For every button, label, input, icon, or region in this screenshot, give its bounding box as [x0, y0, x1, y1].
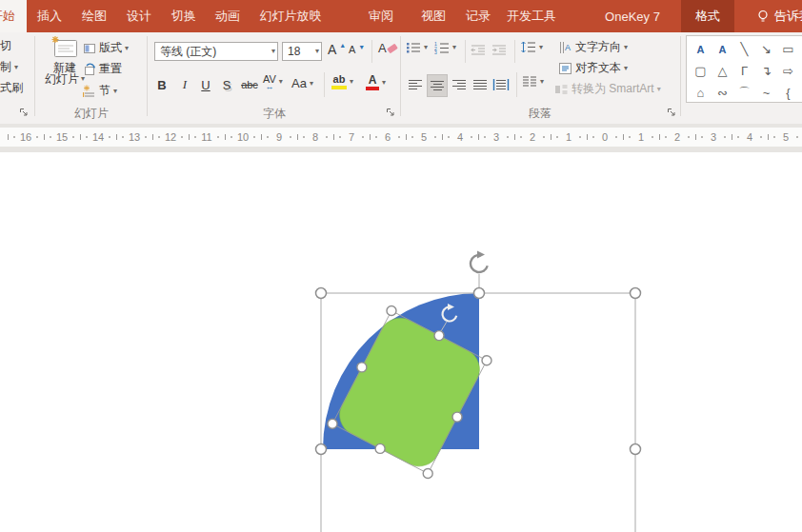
increase-indent-button[interactable]: [490, 40, 509, 61]
textbox-horizontal-icon[interactable]: A: [691, 39, 711, 59]
ruler-band: 16151413121110987654321012345: [0, 124, 802, 152]
dropdown-caret-icon: ▾: [657, 86, 661, 93]
format-painter-button[interactable]: 式刷: [0, 80, 23, 96]
handle-edge[interactable]: [375, 443, 385, 453]
copy-button[interactable]: 制 ▾: [0, 59, 18, 75]
text-direction-icon: A: [558, 41, 572, 54]
tab-label: 开发工具: [507, 8, 556, 25]
dropdown-caret-icon: ▾: [279, 78, 283, 86]
left-brace-icon[interactable]: {: [778, 83, 798, 103]
decrease-indent-button[interactable]: [469, 40, 488, 61]
justify-button[interactable]: [471, 74, 490, 95]
font-dialog-launcher[interactable]: [386, 108, 396, 118]
clear-formatting-button[interactable]: A: [378, 41, 397, 55]
bullets-button[interactable]: ▾: [406, 41, 428, 54]
handle-corner[interactable]: [482, 356, 491, 365]
numbering-button[interactable]: 123 ▾: [434, 41, 456, 54]
numbering-icon: 123: [434, 41, 450, 54]
freeform-icon[interactable]: ⌂: [691, 83, 711, 103]
ruler-unit: 10: [225, 128, 261, 147]
tab-幻灯片放映[interactable]: 幻灯片放映: [249, 0, 333, 32]
new-slide-icon: [50, 35, 79, 60]
change-case-button[interactable]: Aa ▾: [291, 76, 313, 90]
tab-设计[interactable]: 设计: [115, 0, 163, 32]
text-shadow-button[interactable]: S: [217, 74, 236, 95]
curve-icon[interactable]: ~: [756, 83, 776, 103]
handle-corner[interactable]: [423, 469, 432, 479]
tab-插入[interactable]: 插入: [26, 0, 73, 32]
elbow-connector-icon[interactable]: Γ: [734, 61, 754, 81]
highlight-color-bar: [331, 86, 347, 89]
dropdown-caret-icon: ▾: [624, 65, 628, 72]
tab-开始[interactable]: 开始: [0, 0, 27, 32]
dropdown-caret-icon: ▾: [424, 44, 428, 51]
tab-绘图[interactable]: 绘图: [70, 0, 118, 32]
bold-button[interactable]: B: [152, 74, 171, 95]
font-group-label: 字体: [263, 107, 286, 120]
text-direction-button[interactable]: A 文字方向 ▾: [558, 39, 628, 55]
distributed-button[interactable]: [491, 74, 511, 95]
character-spacing-button[interactable]: AV↔ ▾: [263, 74, 283, 89]
reset-button[interactable]: 重置: [83, 61, 122, 77]
text-highlight-button[interactable]: ab ▾: [331, 74, 353, 89]
font-color-button[interactable]: A ▾: [366, 74, 386, 90]
slide-canvas[interactable]: [0, 152, 802, 532]
italic-button[interactable]: I: [175, 74, 194, 95]
paragraph-dialog-launcher[interactable]: [667, 108, 677, 118]
handle-top-right[interactable]: [631, 288, 641, 299]
ruler-unit: 7: [333, 128, 370, 147]
align-text-button[interactable]: 对齐文本 ▾: [558, 60, 628, 76]
tab-label: 幻灯片放映: [260, 8, 322, 25]
line-spacing-button[interactable]: ▾: [520, 40, 543, 54]
tab-告诉我你[interactable]: 告诉我你: [746, 0, 802, 32]
pie-rotate-handle[interactable]: [469, 251, 490, 274]
clipboard-dialog-launcher[interactable]: [19, 108, 30, 118]
tab-视图[interactable]: 视图: [410, 0, 457, 32]
font-name-combo[interactable]: 等线 (正文) ▾: [154, 42, 278, 61]
rounded-rectangle-icon[interactable]: ▢: [691, 61, 711, 81]
handle-edge[interactable]: [357, 363, 367, 372]
handle-corner[interactable]: [328, 419, 337, 428]
rectangle-icon[interactable]: ▭: [778, 39, 798, 59]
align-center-button[interactable]: [427, 74, 448, 97]
justify-icon: [472, 79, 488, 91]
textbox-vertical-icon[interactable]: A: [712, 39, 732, 59]
tab-label: OneKey 7: [605, 10, 660, 24]
line-icon[interactable]: ╲: [734, 39, 754, 59]
tab-开发工具[interactable]: 开发工具: [495, 0, 568, 32]
align-right-button[interactable]: [450, 74, 469, 95]
tab-审阅[interactable]: 审阅: [357, 0, 405, 32]
elbow-arrow-connector-icon[interactable]: ↴: [756, 61, 776, 81]
tab-切换[interactable]: 切换: [160, 0, 208, 32]
columns-button[interactable]: ▾: [522, 75, 544, 88]
font-size-combo[interactable]: 18 ▾: [282, 42, 322, 61]
handle-mid-left[interactable]: [316, 444, 327, 455]
handle-edge[interactable]: [434, 331, 444, 341]
shrink-font-button[interactable]: A▼: [349, 44, 365, 55]
separator: [465, 40, 466, 63]
tab-OneKey 7[interactable]: OneKey 7: [593, 0, 672, 32]
handle-mid-right[interactable]: [631, 444, 641, 455]
line-arrow-icon[interactable]: ↘: [756, 39, 776, 59]
grow-font-button[interactable]: A▲: [328, 42, 346, 57]
arrow-right-icon[interactable]: ⇨: [778, 61, 798, 81]
underline-button[interactable]: U: [196, 74, 215, 95]
strikethrough-button[interactable]: abc: [238, 74, 261, 95]
convert-smartart-button[interactable]: 转换为 SmartArt ▾: [554, 81, 661, 97]
dropdown-caret-icon: ▾: [113, 88, 117, 95]
handle-corner[interactable]: [387, 306, 396, 316]
caret-up-icon: ▲: [339, 42, 346, 49]
arc-icon[interactable]: ⌒: [734, 83, 754, 103]
handle-top-center[interactable]: [474, 288, 485, 299]
align-left-button[interactable]: [406, 74, 425, 95]
triangle-icon[interactable]: △: [712, 61, 732, 81]
scribble-icon[interactable]: ∾: [712, 83, 732, 103]
handle-edge[interactable]: [452, 412, 462, 422]
ruler-unit: 3: [695, 128, 732, 147]
tab-格式[interactable]: 格式: [681, 0, 734, 32]
handle-top-left[interactable]: [316, 288, 327, 299]
section-button[interactable]: 节 ▾: [83, 83, 117, 99]
cut-button[interactable]: 切: [0, 38, 11, 54]
tab-动画[interactable]: 动画: [204, 0, 251, 32]
layout-button[interactable]: 版式 ▾: [83, 40, 129, 56]
